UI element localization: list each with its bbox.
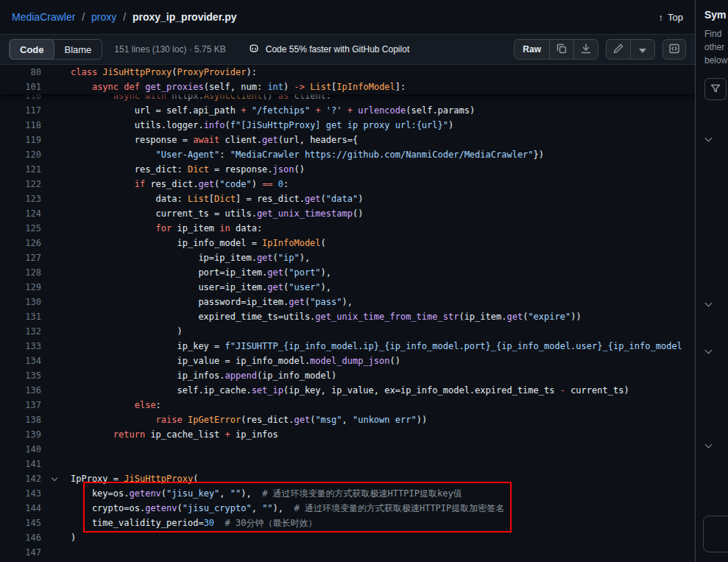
symbol-group-chevron-icon[interactable]	[705, 135, 713, 142]
fold-gutter	[41, 65, 71, 80]
clipped-scrolled-line: 116 async with httpx.AsyncClient() as cl…	[0, 94, 695, 103]
code-line: 130 password=ip_item.get("pass"),	[0, 295, 695, 309]
code-text: key=os.getenv("jisu_key", ""), # 通过环境变量的…	[71, 486, 462, 501]
line-number[interactable]: 124	[0, 206, 41, 221]
edit-file-button[interactable]	[607, 40, 630, 59]
back-to-top-label: Top	[668, 12, 683, 23]
code-line: 141	[0, 457, 695, 471]
line-number[interactable]: 136	[0, 383, 41, 398]
line-number[interactable]: 122	[0, 177, 41, 192]
fold-gutter	[41, 94, 71, 103]
download-icon	[580, 43, 592, 57]
code-line: 132 )	[0, 324, 695, 339]
fold-gutter	[41, 486, 71, 501]
copy-raw-button[interactable]	[550, 40, 573, 59]
breadcrumb-repo-link[interactable]: MediaCrawler	[12, 11, 75, 23]
collapse-chevron-icon[interactable]	[52, 475, 57, 481]
raw-button-group: Raw	[514, 39, 598, 60]
line-number[interactable]: 121	[0, 162, 41, 177]
back-to-top-link[interactable]: ↑ Top	[659, 12, 683, 23]
line-number[interactable]: 131	[0, 309, 41, 324]
code-line: 146)	[0, 530, 695, 545]
line-number[interactable]: 133	[0, 339, 41, 354]
line-number[interactable]: 138	[0, 412, 41, 427]
line-number[interactable]: 116	[0, 94, 41, 103]
line-number[interactable]: 119	[0, 133, 41, 147]
line-number[interactable]: 101	[0, 80, 41, 94]
sticky-scope-lines: 80class JiSuHttpProxy(ProxyProvider):101…	[0, 65, 695, 94]
line-number[interactable]: 126	[0, 236, 41, 250]
line-number[interactable]: 125	[0, 221, 41, 236]
pencil-icon	[612, 43, 624, 57]
fold-gutter	[41, 501, 71, 516]
tab-code[interactable]: Code	[10, 39, 54, 60]
filter-symbols-button[interactable]	[704, 78, 727, 100]
code-line: 136 self.ip_cache.set_ip(ip_key, ip_valu…	[0, 383, 695, 398]
symbols-desc-line: other	[704, 41, 728, 53]
code-text: utils.logger.info(f"[JiSuHttpProxy] get …	[71, 118, 453, 133]
code-text: raise IpGetError(res_dict.get("msg", "un…	[71, 412, 427, 427]
code-text: return ip_cache_list + ip_infos	[71, 427, 278, 442]
fold-gutter	[41, 324, 71, 339]
line-number[interactable]: 129	[0, 280, 41, 295]
code-line: 121 res_dict: Dict = response.json()	[0, 162, 695, 177]
symbols-panel-toggle-button[interactable]	[662, 39, 686, 60]
fold-gutter	[41, 221, 71, 236]
line-number[interactable]: 128	[0, 265, 41, 280]
symbols-desc-line: below	[704, 55, 728, 66]
line-number[interactable]: 140	[0, 442, 41, 457]
code-text: class JiSuHttpProxy(ProxyProvider):	[71, 65, 257, 80]
tab-blame[interactable]: Blame	[54, 39, 102, 60]
line-number[interactable]: 137	[0, 398, 41, 412]
line-number[interactable]: 123	[0, 192, 41, 206]
breadcrumb-folder-link[interactable]: proxy	[91, 11, 116, 23]
line-number[interactable]: 134	[0, 354, 41, 368]
fold-gutter	[41, 162, 71, 177]
code-text: else:	[71, 398, 161, 412]
code-line: 131 expired_time_ts=utils.get_unix_time_…	[0, 309, 695, 324]
breadcrumb-filename: proxy_ip_provider.py	[132, 11, 237, 23]
line-number[interactable]: 143	[0, 486, 41, 501]
raw-button[interactable]: Raw	[515, 40, 549, 59]
line-number[interactable]: 142	[0, 471, 41, 486]
line-number[interactable]: 127	[0, 250, 41, 265]
download-raw-button[interactable]	[574, 40, 598, 59]
code-line: 101 async def get_proxies(self, num: int…	[0, 80, 695, 94]
line-number[interactable]: 135	[0, 368, 41, 383]
code-line: 128 port=ip_item.get("port"),	[0, 265, 695, 280]
line-number[interactable]: 141	[0, 457, 41, 471]
symbol-group-chevron-icon[interactable]	[705, 347, 713, 354]
line-number[interactable]: 145	[0, 516, 41, 530]
arrow-up-icon: ↑	[659, 12, 664, 23]
line-number[interactable]: 80	[0, 65, 41, 80]
code-text: res_dict: Dict = response.json()	[71, 162, 305, 177]
code-square-icon	[668, 43, 680, 57]
fold-gutter	[41, 147, 71, 162]
line-number[interactable]: 146	[0, 530, 41, 545]
code-text: crypto=os.getenv("jisu_crypto", ""), # 通…	[71, 501, 504, 516]
line-number[interactable]: 144	[0, 501, 41, 516]
line-number[interactable]: 132	[0, 324, 41, 339]
github-code-view: MediaCrawler / proxy / proxy_ip_provider…	[0, 0, 728, 562]
symbol-group-chevron-icon[interactable]	[705, 441, 713, 449]
fold-gutter	[41, 545, 71, 560]
fold-gutter	[41, 103, 71, 118]
code-text: IpProxy = JiSuHttpProxy(	[71, 471, 198, 486]
symbol-group-chevron-icon[interactable]	[705, 300, 713, 307]
symbols-panel-bottom-card	[703, 516, 728, 552]
file-meta-info: 151 lines (130 loc) · 5.75 KB	[114, 44, 225, 55]
code-line: 117 url = self.api_path + "/fetchips" + …	[0, 103, 695, 118]
copilot-banner[interactable]: Code 55% faster with GitHub Copilot	[248, 43, 409, 57]
line-number[interactable]: 120	[0, 147, 41, 162]
edit-dropdown-button[interactable]	[631, 40, 654, 59]
line-number[interactable]: 118	[0, 118, 41, 133]
code-line: 145 time_validity_period=30 # 30分钟（最长时效）	[0, 516, 695, 530]
code-line: 126 ip_info_model = IpInfoModel(	[0, 236, 695, 250]
code-line: 143 key=os.getenv("jisu_key", ""), # 通过环…	[0, 486, 695, 501]
line-number[interactable]: 130	[0, 295, 41, 309]
line-number[interactable]: 117	[0, 103, 41, 118]
fold-gutter	[41, 206, 71, 221]
line-number[interactable]: 147	[0, 545, 41, 560]
code-text: async def get_proxies(self, num: int) ->…	[71, 80, 406, 94]
line-number[interactable]: 139	[0, 427, 41, 442]
